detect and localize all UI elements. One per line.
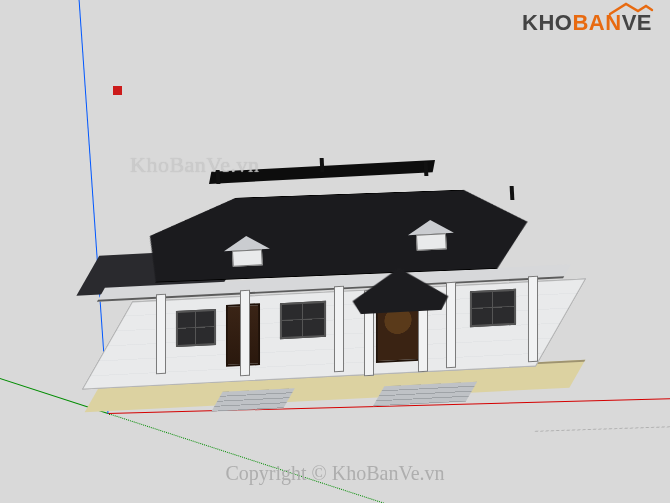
column-1	[156, 294, 166, 374]
column-6	[528, 276, 538, 362]
window-right	[470, 289, 516, 327]
dormer-left	[223, 235, 271, 267]
sketchup-viewport[interactable]: KhoBanVe.vn KHOBANVE Copyright © KhoBanV…	[0, 0, 670, 503]
selection-marker	[113, 86, 122, 95]
watermark-copyright: Copyright © KhoBanVe.vn	[225, 462, 444, 485]
roof-finial-4	[510, 186, 515, 200]
brand-logo: KHOBANVE	[522, 10, 652, 36]
column-3	[334, 286, 344, 372]
logo-roof-icon	[608, 2, 654, 16]
steps-side	[211, 388, 295, 412]
model-house[interactable]	[90, 140, 590, 440]
window-left	[176, 309, 216, 347]
dormer-right	[407, 219, 455, 251]
window-center	[280, 301, 326, 339]
column-5	[446, 282, 456, 368]
column-2	[240, 290, 250, 376]
steps-main	[373, 382, 477, 407]
roof-finial-2	[320, 158, 325, 172]
roof-main	[122, 188, 528, 284]
watermark-overlay: KhoBanVe.vn	[130, 152, 260, 178]
logo-text-1: KHO	[522, 10, 572, 35]
roof-finial-3	[424, 162, 429, 176]
ground-guide	[478, 425, 670, 481]
